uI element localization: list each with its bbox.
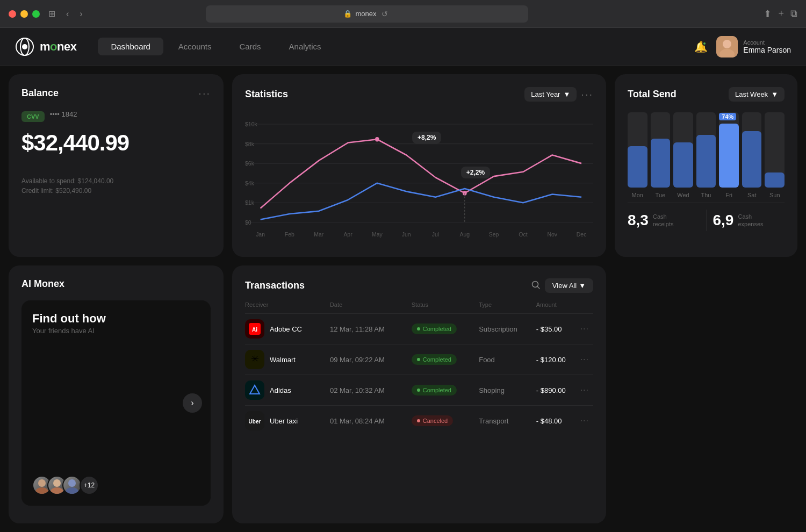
cash-receipts-num: 8,3 [628, 212, 649, 229]
statistics-more-button[interactable]: ··· [581, 88, 593, 100]
minimize-button[interactable] [20, 10, 28, 18]
notification-dot [702, 41, 707, 46]
row-more-button[interactable]: ··· [580, 324, 589, 334]
nav-tabs: Dashboard Accounts Cards Analytics [98, 38, 694, 55]
table-row: Uber Uber taxi 01 Mar, 08:24 AM Canceled… [245, 406, 593, 436]
svg-text:Oct: Oct [519, 231, 527, 238]
card-number: •••• 1842 [50, 110, 77, 118]
svg-point-30 [375, 137, 379, 141]
statistics-svg: $0 $1k $4k $6k $8k $10k Jan Feb Mar Apr … [245, 110, 593, 239]
row-more-button[interactable]: ··· [580, 416, 589, 426]
receiver-cell: Adidas [245, 375, 330, 406]
receiver-cell: Uber Uber taxi [245, 406, 330, 436]
cash-expenses-label: Cashexpenses [738, 213, 763, 228]
svg-point-34 [35, 487, 48, 494]
reload-button[interactable]: ↺ [379, 8, 390, 20]
main-content: Balance ··· CVV •••• 1842 $32,440.99 Ava… [0, 66, 806, 532]
svg-text:Apr: Apr [343, 231, 352, 238]
cash-receipts-stat: 8,3 Cashreceipts [628, 212, 700, 229]
available-to-spend: Available to spend: $124,040.00 [21, 177, 211, 185]
send-header: Total Send Last Week ▼ [628, 87, 785, 102]
bar-wed: Wed [673, 112, 693, 198]
bar-chart: Mon Tue Wed [628, 112, 785, 198]
row-actions-cell: ··· [580, 406, 593, 436]
account-text: Account Emma Parson [743, 39, 791, 54]
tabs-icon[interactable]: ⧉ [790, 8, 797, 20]
period-selector[interactable]: Last Year ▼ [524, 87, 577, 102]
app: monex Dashboard Accounts Cards Analytics… [0, 28, 806, 532]
row-more-button[interactable]: ··· [580, 385, 589, 395]
transactions-header: Transactions View All ▼ [245, 278, 593, 293]
total-send-card: Total Send Last Week ▼ Mon [615, 74, 797, 257]
bar-label-wed: Wed [677, 192, 689, 198]
sidebar-toggle[interactable]: ⊞ [46, 6, 57, 21]
amount-cell: - $890.00 [536, 375, 580, 406]
col-date: Date [330, 301, 412, 314]
notifications-button[interactable]: 🔔 [694, 40, 708, 53]
svg-text:Mar: Mar [314, 231, 323, 238]
cash-expenses-stat: 6,9 Cashexpenses [713, 212, 785, 229]
search-button[interactable] [531, 280, 541, 292]
ai-arrow-button[interactable]: › [183, 393, 202, 413]
row-actions-cell: ··· [580, 344, 593, 375]
balance-amount: $32,440.99 [21, 130, 211, 156]
cvv-badge: CVV [21, 111, 45, 122]
tab-dashboard[interactable]: Dashboard [98, 38, 163, 55]
traffic-lights [9, 10, 40, 18]
col-type: Type [479, 301, 536, 314]
ai-avatars: +12 [32, 476, 200, 495]
svg-line-40 [537, 286, 539, 289]
share-icon[interactable]: ⬆ [764, 8, 772, 20]
view-all-button[interactable]: View All ▼ [545, 278, 593, 293]
svg-point-4 [723, 40, 731, 48]
bar-label-sat: Sat [747, 192, 757, 198]
logo-icon [15, 37, 34, 56]
close-button[interactable] [9, 10, 16, 18]
lock-icon: 🔒 [343, 10, 352, 18]
date-cell: 09 Mar, 09:22 AM [330, 344, 412, 375]
col-status: Status [412, 301, 479, 314]
account-info[interactable]: Account Emma Parson [716, 36, 791, 57]
transactions-table: Receiver Date Status Type Amount Ai Adob… [245, 301, 593, 436]
tab-accounts[interactable]: Accounts [165, 38, 225, 55]
address-bar[interactable]: 🔒 monex ↺ [206, 5, 528, 23]
send-period-selector[interactable]: Last Week ▼ [729, 87, 785, 102]
new-tab-icon[interactable]: + [778, 8, 784, 20]
svg-text:Uber: Uber [249, 419, 261, 425]
balance-more-button[interactable]: ··· [198, 87, 211, 99]
bar-percent-fri: 74% [719, 113, 736, 120]
amount-cell: - $48.00 [536, 406, 580, 436]
svg-text:Jul: Jul [432, 231, 439, 238]
receiver-cell: Ai Adobe CC [245, 314, 330, 344]
cash-receipts-label: Cashreceipts [653, 213, 674, 228]
svg-point-33 [38, 479, 46, 487]
bar-thu: Thu [696, 112, 716, 198]
tab-cards[interactable]: Cards [227, 38, 274, 55]
ai-avatar-count: +12 [80, 476, 99, 495]
type-cell: Subscription [479, 314, 536, 344]
table-row: Ai Adobe CC 12 Mar, 11:28 AM Completed S… [245, 314, 593, 344]
type-cell: Transport [479, 406, 536, 436]
ai-header: AI Monex [21, 278, 211, 290]
avatar [716, 36, 738, 57]
bar-sun: Sun [765, 112, 785, 198]
back-button[interactable]: ‹ [64, 7, 71, 21]
table-row: ✳ Walmart 09 Mar, 09:22 AM Completed Foo… [245, 344, 593, 375]
svg-text:$1k: $1k [245, 199, 254, 206]
forward-button[interactable]: › [77, 7, 84, 21]
empty-panel [615, 265, 797, 523]
row-actions-cell: ··· [580, 314, 593, 344]
row-more-button[interactable]: ··· [580, 355, 589, 364]
status-cell: Canceled [412, 406, 479, 436]
tab-analytics[interactable]: Analytics [276, 38, 334, 55]
bar-label-thu: Thu [701, 192, 711, 198]
transactions-card: Transactions View All ▼ [232, 265, 606, 523]
bar-label-tue: Tue [656, 192, 666, 198]
transactions-title: Transactions [245, 280, 305, 291]
date-cell: 12 Mar, 11:28 AM [330, 314, 412, 344]
statistics-chart: $0 $1k $4k $6k $8k $10k Jan Feb Mar Apr … [245, 110, 593, 239]
type-cell: Shoping [479, 375, 536, 406]
ai-title: AI Monex [21, 278, 64, 290]
fullscreen-button[interactable] [32, 10, 40, 18]
bar-fri: 74% Fri [719, 112, 739, 198]
